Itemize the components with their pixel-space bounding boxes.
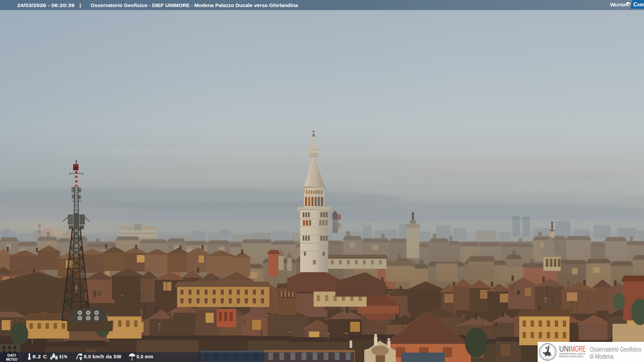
svg-text:AM: AM xyxy=(637,3,644,7)
svg-text:W: W xyxy=(610,2,615,7)
svg-text:DATI: DATI xyxy=(7,353,16,357)
svg-text:1175: 1175 xyxy=(545,359,549,360)
svg-text:di Modena: di Modena xyxy=(590,352,613,360)
svg-text:Osservatorio Geofisico - DIEF: Osservatorio Geofisico - DIEF UNIMORE - … xyxy=(91,2,298,8)
svg-text:8.2 C: 8.2 C xyxy=(33,354,47,359)
svg-text:METEO: METEO xyxy=(6,357,17,361)
svg-text:MODENA E REGGIO EMILIA: MODENA E REGGIO EMILIA xyxy=(559,355,584,358)
svg-text:|: | xyxy=(79,2,81,8)
svg-text:61%: 61% xyxy=(59,354,67,359)
svg-text:EATHER: EATHER xyxy=(615,3,626,7)
svg-text:24/03/2026 - 06:20:39: 24/03/2026 - 06:20:39 xyxy=(17,2,74,8)
svg-text:0.0 mm: 0.0 mm xyxy=(137,354,153,359)
svg-text:8.0 km/h da SW: 8.0 km/h da SW xyxy=(84,354,121,359)
svg-text:Osservatorio Geofisico: Osservatorio Geofisico xyxy=(590,345,641,353)
